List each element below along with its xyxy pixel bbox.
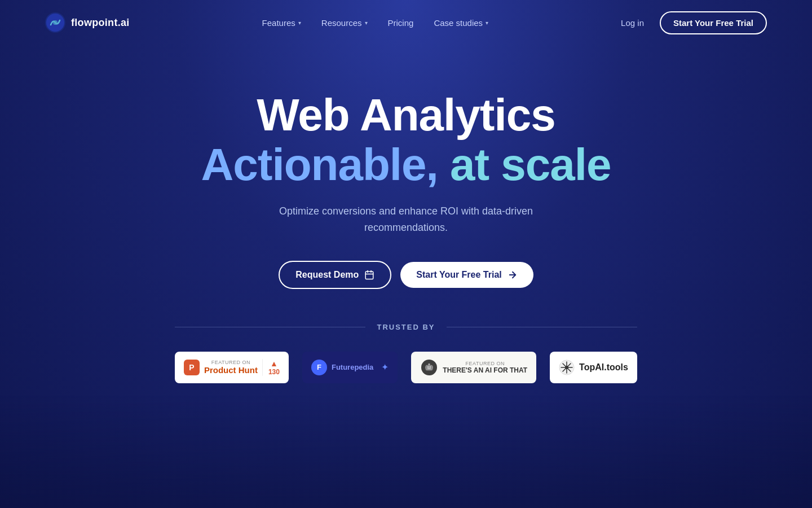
hero-cta-group: Request Demo Start Your Free Trial bbox=[279, 261, 533, 289]
nav-features[interactable]: Features ▾ bbox=[262, 18, 301, 28]
hero-title-atscale: at scale bbox=[450, 139, 611, 190]
trusted-label: TRUSTED BY bbox=[377, 323, 435, 331]
ph-name: Product Hunt bbox=[204, 365, 258, 375]
ph-upvote-icon: ▲ bbox=[270, 359, 278, 368]
calendar-icon bbox=[364, 270, 374, 280]
divider-left bbox=[175, 327, 366, 327]
divider-right bbox=[447, 327, 638, 327]
brand-name: flowpoint.ai bbox=[71, 17, 130, 29]
ai-featured-label: FEATURED ON bbox=[443, 361, 527, 366]
request-demo-button[interactable]: Request Demo bbox=[279, 261, 391, 289]
svg-rect-14 bbox=[425, 366, 426, 369]
features-chevron-icon: ▾ bbox=[298, 20, 301, 26]
svg-rect-3 bbox=[366, 271, 374, 279]
svg-rect-9 bbox=[426, 365, 433, 370]
svg-rect-15 bbox=[433, 366, 434, 369]
topai-badge[interactable]: TopAI.tools bbox=[550, 352, 637, 383]
logo-icon bbox=[45, 12, 65, 33]
futurepedia-icon: F bbox=[311, 360, 327, 375]
robot-icon bbox=[420, 358, 438, 376]
hero-trial-button[interactable]: Start Your Free Trial bbox=[400, 262, 533, 288]
svg-point-2 bbox=[53, 20, 58, 25]
nav-case-studies[interactable]: Case studies ▾ bbox=[434, 18, 488, 28]
login-link[interactable]: Log in bbox=[621, 18, 644, 28]
futurepedia-badge[interactable]: F Futurepedia ✦ bbox=[302, 352, 398, 383]
topai-name: TopAI.tools bbox=[579, 362, 628, 373]
product-hunt-text: FEATURED ON Product Hunt bbox=[204, 360, 258, 375]
trusted-logos-row: P FEATURED ON Product Hunt ▲ 130 F Futur… bbox=[175, 352, 637, 383]
nav-pricing[interactable]: Pricing bbox=[388, 18, 414, 28]
futurepedia-name: Futurepedia bbox=[332, 363, 373, 371]
svg-rect-10 bbox=[427, 366, 429, 368]
hero-subtitle: Optimize conversions and enhance ROI wit… bbox=[237, 203, 575, 236]
product-hunt-badge[interactable]: P FEATURED ON Product Hunt ▲ 130 bbox=[175, 352, 289, 383]
svg-rect-13 bbox=[429, 364, 430, 365]
resources-chevron-icon: ▾ bbox=[365, 20, 368, 26]
nav-cta-button[interactable]: Start Your Free Trial bbox=[660, 11, 767, 34]
hero-title-line2: Actionable, at scale bbox=[201, 140, 611, 190]
ph-featured-label: FEATURED ON bbox=[204, 360, 258, 365]
svg-rect-12 bbox=[427, 368, 431, 369]
svg-rect-11 bbox=[430, 366, 431, 368]
ai-text-area: FEATURED ON THERE'S AN AI FOR THAT bbox=[443, 361, 527, 374]
futurepedia-star-icon: ✦ bbox=[381, 362, 389, 373]
trusted-by-section: TRUSTED BY P FEATURED ON Product Hunt ▲ … bbox=[152, 323, 660, 383]
arrow-right-icon bbox=[508, 270, 518, 280]
hero-title-actionable: Actionable, bbox=[201, 139, 438, 190]
svg-point-17 bbox=[565, 366, 568, 369]
logo[interactable]: flowpoint.ai bbox=[45, 12, 130, 33]
product-hunt-icon: P bbox=[184, 360, 200, 375]
hero-section: Web Analytics Actionable, at scale Optim… bbox=[0, 45, 812, 417]
ai-name: THERE'S AN AI FOR THAT bbox=[443, 366, 527, 374]
topai-icon bbox=[559, 360, 575, 375]
case-studies-chevron-icon: ▾ bbox=[486, 20, 488, 26]
theres-an-ai-badge[interactable]: FEATURED ON THERE'S AN AI FOR THAT bbox=[411, 352, 536, 383]
nav-resources[interactable]: Resources ▾ bbox=[321, 18, 368, 28]
hero-title-line1: Web Analytics bbox=[257, 90, 555, 140]
main-nav: Features ▾ Resources ▾ Pricing Case stud… bbox=[262, 18, 488, 28]
ph-count: 130 bbox=[268, 368, 280, 376]
trusted-divider: TRUSTED BY bbox=[175, 323, 637, 331]
ph-score: ▲ 130 bbox=[262, 359, 280, 376]
